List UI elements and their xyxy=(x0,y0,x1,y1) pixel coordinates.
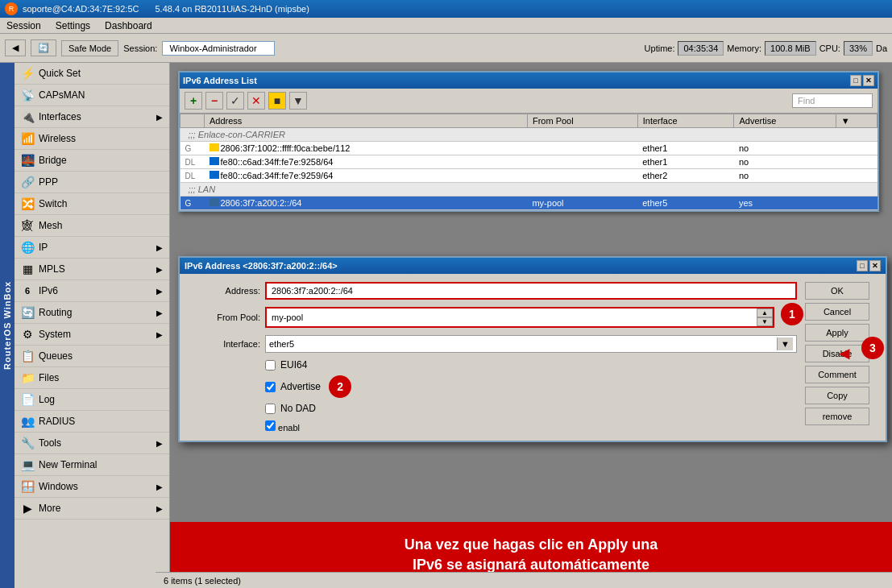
maximize-button[interactable]: □ xyxy=(850,75,861,86)
filter-button[interactable]: ▼ xyxy=(289,92,307,110)
apply-arrow: ◄ xyxy=(836,343,853,364)
address-input[interactable] xyxy=(265,282,797,300)
item-count: 6 items (1 selected) xyxy=(164,576,241,586)
wireless-icon: 📶 xyxy=(21,132,34,145)
sidebar-item-switch[interactable]: 🔀 Switch xyxy=(15,193,169,215)
sidebar-item-quick-set[interactable]: ⚡ Quick Set xyxy=(15,63,169,85)
sidebar-item-mpls[interactable]: ▦ MPLS ▶ xyxy=(15,259,169,280)
sidebar-item-more[interactable]: ▶ More ▶ xyxy=(15,498,169,520)
close-button[interactable]: ✕ xyxy=(863,75,874,86)
remove-button[interactable]: − xyxy=(205,92,223,110)
row-address-3: fe80::c6ad:34ff:fe7e:9259/64 xyxy=(205,169,528,183)
ip-arrow: ▶ xyxy=(156,243,163,252)
sidebar-label-radius: RADIUS xyxy=(39,416,75,427)
table-row[interactable]: DL fe80::c6ad:34ff:fe7e:9259/64 ether2 n… xyxy=(180,169,877,183)
apply-filter-button[interactable]: ✓ xyxy=(226,92,244,110)
annotation-2: 2 xyxy=(329,375,351,398)
sidebar-item-system[interactable]: ⚙ System ▶ xyxy=(15,324,169,346)
sidebar-item-tools[interactable]: 🔧 Tools ▶ xyxy=(15,433,169,454)
row-pool-1 xyxy=(527,142,637,155)
cancel-button[interactable]: Cancel xyxy=(805,303,869,321)
ipv6-address-dialog: IPv6 Address <2806:3f7:a200:2::/64> □ ✕ … xyxy=(178,256,887,442)
table-row[interactable]: G 2806:3f7:1002::ffff:f0ca:bebe/112 ethe… xyxy=(180,142,877,155)
sidebar-item-radius[interactable]: 👥 RADIUS xyxy=(15,411,169,433)
sidebar-item-windows[interactable]: 🪟 Windows ▶ xyxy=(15,476,169,498)
interface-dropdown-btn[interactable]: ▼ xyxy=(777,337,793,350)
dialog-close-button[interactable]: ✕ xyxy=(869,260,881,271)
table-row-selected[interactable]: G 2806:3f7:a200:2::/64 my-pool ether5 ye… xyxy=(180,197,877,210)
row-interface-1: ether1 xyxy=(637,142,734,155)
col-header-address[interactable]: Address xyxy=(205,114,528,128)
row-advertise-2: no xyxy=(734,155,836,169)
pool-buttons: ▲ ▼ xyxy=(757,308,773,326)
menu-settings[interactable]: Settings xyxy=(52,19,93,33)
sidebar-item-capsman[interactable]: 📡 CAPsMAN xyxy=(15,85,169,106)
sidebar-item-interfaces[interactable]: 🔌 Interfaces ▶ xyxy=(15,106,169,128)
sidebar-label-wireless: Wireless xyxy=(39,133,76,144)
table-row[interactable]: DL fe80::c6ad:34ff:fe7e:9258/64 ether1 n… xyxy=(180,155,877,169)
add-button[interactable]: + xyxy=(185,92,202,110)
more-arrow: ▶ xyxy=(156,504,163,513)
dialog-fields: Address: From Pool: my-pool ▲ ▼ xyxy=(188,282,797,433)
apply-button[interactable]: Apply xyxy=(805,324,869,342)
interface-field-row: Interface: ether5 ▼ xyxy=(188,335,797,353)
interface-select[interactable]: ether5 ▼ xyxy=(265,335,797,353)
from-pool-input: my-pool ▲ ▼ xyxy=(265,307,774,328)
sidebar-item-ppp[interactable]: 🔗 PPP xyxy=(15,172,169,193)
sidebar-item-new-terminal[interactable]: 💻 New Terminal xyxy=(15,454,169,476)
col-header-advertise[interactable]: Advertise xyxy=(734,114,836,128)
col-header-from-pool[interactable]: From Pool xyxy=(527,114,637,128)
delete-button[interactable]: ✕ xyxy=(247,92,265,110)
da-value: Da xyxy=(876,43,887,53)
row-extra-3 xyxy=(836,169,877,183)
switch-icon: 🔀 xyxy=(21,197,34,210)
system-arrow: ▶ xyxy=(156,330,163,339)
content-area: IPv6 Address List □ ✕ + − ✓ ✕ ■ ▼ Find xyxy=(170,63,892,588)
sidebar-item-ipv6[interactable]: 6 IPv6 ▶ xyxy=(15,280,169,302)
row-advertise-4: yes xyxy=(734,197,836,210)
eui64-checkbox[interactable] xyxy=(265,360,276,371)
no-dad-label: No DAD xyxy=(280,403,316,414)
row-prefix-g2: G xyxy=(180,197,205,210)
back-button[interactable]: ◀ xyxy=(5,39,26,56)
sidebar-item-files[interactable]: 📁 Files xyxy=(15,367,169,389)
pool-up-button[interactable]: ▲ xyxy=(757,308,773,317)
status-bar: 6 items (1 selected) xyxy=(156,572,892,588)
sidebar-item-ip[interactable]: 🌐 IP ▶ xyxy=(15,237,169,259)
advertise-checkbox[interactable] xyxy=(265,382,276,392)
sidebar-label-files: Files xyxy=(39,372,59,383)
enable-checkbox[interactable] xyxy=(265,420,276,431)
cpu-label: CPU: xyxy=(819,43,840,53)
no-dad-checkbox[interactable] xyxy=(265,404,276,414)
ok-button[interactable]: OK xyxy=(805,282,869,300)
search-box[interactable]: Find xyxy=(792,93,873,108)
sidebar-item-log[interactable]: 📄 Log xyxy=(15,389,169,411)
copy-button[interactable]: Copy xyxy=(805,387,869,404)
sidebar-item-routing[interactable]: 🔄 Routing ▶ xyxy=(15,302,169,324)
row-pool-2 xyxy=(527,155,637,169)
row-advertise-3: no xyxy=(734,169,836,183)
sidebar-label-capsman: CAPsMAN xyxy=(39,89,85,101)
ipv6-address-table: Address From Pool Interface Advertise ▼ … xyxy=(180,114,877,210)
col-header-dropdown[interactable]: ▼ xyxy=(836,114,877,128)
sidebar-item-wireless[interactable]: 📶 Wireless xyxy=(15,128,169,150)
queues-icon: 📋 xyxy=(21,350,34,362)
remove-button[interactable]: remove xyxy=(805,408,869,425)
comment-button[interactable]: Comment xyxy=(805,366,869,383)
menu-dashboard[interactable]: Dashboard xyxy=(102,19,156,33)
move-button[interactable]: ■ xyxy=(268,92,286,110)
sidebar-item-mesh[interactable]: 🕸 Mesh xyxy=(15,215,169,237)
ppp-icon: 🔗 xyxy=(21,176,34,188)
sidebar-item-bridge[interactable]: 🌉 Bridge xyxy=(15,150,169,172)
eui64-checkbox-row: EUI64 xyxy=(265,359,797,371)
routing-icon: 🔄 xyxy=(21,306,34,319)
row-pool-3 xyxy=(527,169,637,183)
sidebar-item-queues[interactable]: 📋 Queues xyxy=(15,346,169,367)
col-header-interface[interactable]: Interface xyxy=(637,114,734,128)
row-interface-4: ether5 xyxy=(637,197,734,210)
dialog-maximize-button[interactable]: □ xyxy=(857,260,868,271)
pool-down-button[interactable]: ▼ xyxy=(757,317,773,326)
menu-session[interactable]: Session xyxy=(3,19,44,33)
forward-button[interactable]: 🔄 xyxy=(31,39,56,56)
safe-mode-button[interactable]: Safe Mode xyxy=(61,40,118,56)
